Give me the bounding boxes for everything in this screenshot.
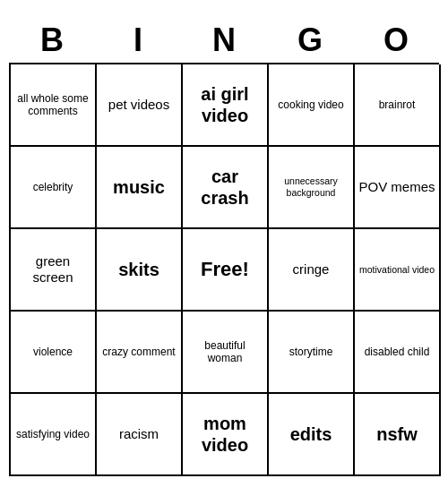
cell-text: racism (119, 426, 159, 442)
bingo-cell: storytime (269, 312, 355, 394)
bingo-header (9, 11, 439, 18)
cell-text: cooking video (278, 98, 343, 111)
bingo-cell: edits (269, 394, 355, 476)
bingo-cell: cooking video (269, 64, 355, 147)
bingo-cell: unnecessary background (269, 147, 355, 229)
bingo-letter: O (353, 21, 439, 59)
cell-text: crazy comment (102, 346, 175, 358)
bingo-cell: mom video (183, 394, 269, 476)
bingo-cell: cringe (269, 229, 355, 312)
cell-text: ai girl video (186, 83, 263, 126)
bingo-cell: all whole some comments (11, 64, 97, 147)
cell-text: pet videos (108, 97, 169, 113)
bingo-cell: pet videos (97, 64, 183, 147)
cell-text: edits (290, 423, 332, 445)
bingo-cell: racism (97, 394, 183, 476)
cell-text: motivational video (359, 264, 435, 276)
bingo-letter: I (95, 21, 181, 59)
cell-text: music (113, 176, 165, 198)
cell-text: Free! (201, 258, 249, 281)
bingo-cell: green screen (11, 229, 97, 312)
bingo-cell: motivational video (355, 229, 441, 312)
cell-text: all whole some comments (14, 92, 91, 118)
bingo-card: BINGO all whole some commentspet videosa… (9, 11, 439, 476)
bingo-letter: N (181, 21, 267, 59)
cell-text: cringe (293, 261, 330, 278)
cell-text: POV memes (358, 179, 435, 195)
bingo-cell: satisfying video (11, 394, 97, 476)
bingo-grid: all whole some commentspet videosai girl… (9, 63, 439, 476)
cell-text: skits (118, 259, 159, 280)
cell-text: green screen (14, 253, 91, 286)
cell-text: unnecessary background (272, 175, 349, 198)
bingo-cell: beautiful woman (183, 312, 269, 394)
bingo-letters: BINGO (9, 18, 439, 63)
cell-text: beautiful woman (186, 339, 263, 365)
bingo-cell: car crash (183, 147, 269, 229)
cell-text: violence (33, 346, 73, 358)
bingo-cell: crazy comment (97, 312, 183, 394)
bingo-cell: music (97, 147, 183, 229)
cell-text: disabled child (365, 346, 430, 358)
cell-text: brainrot (379, 98, 416, 111)
bingo-cell: brainrot (355, 64, 441, 147)
cell-text: storytime (289, 346, 333, 358)
cell-text: celebrity (33, 181, 73, 193)
bingo-cell: Free! (183, 229, 269, 312)
bingo-cell: celebrity (11, 147, 97, 229)
bingo-cell: ai girl video (183, 64, 269, 147)
cell-text: mom video (186, 413, 263, 456)
bingo-cell: skits (97, 229, 183, 312)
cell-text: nsfw (376, 423, 418, 445)
bingo-cell: disabled child (355, 312, 441, 394)
bingo-cell: nsfw (355, 394, 441, 476)
bingo-letter: B (9, 21, 95, 59)
bingo-letter: G (267, 21, 353, 59)
cell-text: car crash (186, 166, 263, 209)
bingo-cell: POV memes (355, 147, 441, 229)
bingo-cell: violence (11, 312, 97, 394)
cell-text: satisfying video (16, 428, 90, 440)
